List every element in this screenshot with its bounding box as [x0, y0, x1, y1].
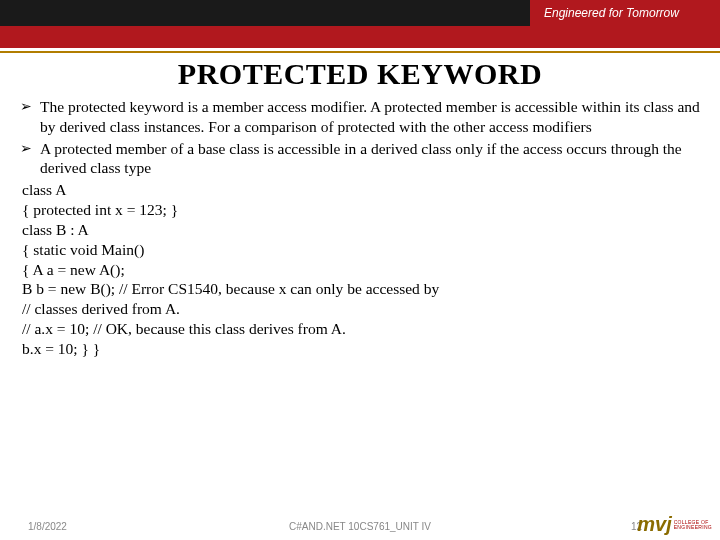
- bullet-item: ➢ The protected keyword is a member acce…: [20, 97, 700, 137]
- body-area: ➢ The protected keyword is a member acce…: [18, 97, 702, 359]
- code-line: { static void Main(): [22, 240, 700, 260]
- code-line: B b = new B(); // Error CS1540, because …: [22, 279, 700, 299]
- slide-title: PROTECTED KEYWORD: [18, 57, 702, 91]
- logo-line2: ENGINEERING: [674, 524, 712, 530]
- red-band: [0, 26, 720, 48]
- code-line: // a.x = 10; // OK, because this class d…: [22, 319, 700, 339]
- slide-content: PROTECTED KEYWORD ➢ The protected keywor…: [0, 53, 720, 359]
- footer-date: 1/8/2022: [28, 521, 67, 532]
- bullet-glyph: ➢: [20, 139, 40, 179]
- footer-center: C#AND.NET 10CS761_UNIT IV: [289, 521, 431, 532]
- bullet-text: The protected keyword is a member access…: [40, 97, 700, 137]
- logo-text: COLLEGE OF ENGINEERING: [674, 520, 712, 530]
- tagline-text: Engineered for Tomorrow: [544, 6, 679, 20]
- code-line: b.x = 10; } }: [22, 339, 700, 359]
- logo-mark: mvj: [637, 513, 671, 536]
- bullet-text: A protected member of a base class is ac…: [40, 139, 700, 179]
- code-line: // classes derived from A.: [22, 299, 700, 319]
- code-line: class B : A: [22, 220, 700, 240]
- code-line: { protected int x = 123; }: [22, 200, 700, 220]
- bullet-glyph: ➢: [20, 97, 40, 137]
- bullet-item: ➢ A protected member of a base class is …: [20, 139, 700, 179]
- code-line: { A a = new A();: [22, 260, 700, 280]
- college-logo: mvj COLLEGE OF ENGINEERING: [637, 513, 712, 536]
- code-line: class A: [22, 180, 700, 200]
- tagline-banner: Engineered for Tomorrow: [530, 0, 720, 26]
- top-black-bar: Engineered for Tomorrow: [0, 0, 720, 26]
